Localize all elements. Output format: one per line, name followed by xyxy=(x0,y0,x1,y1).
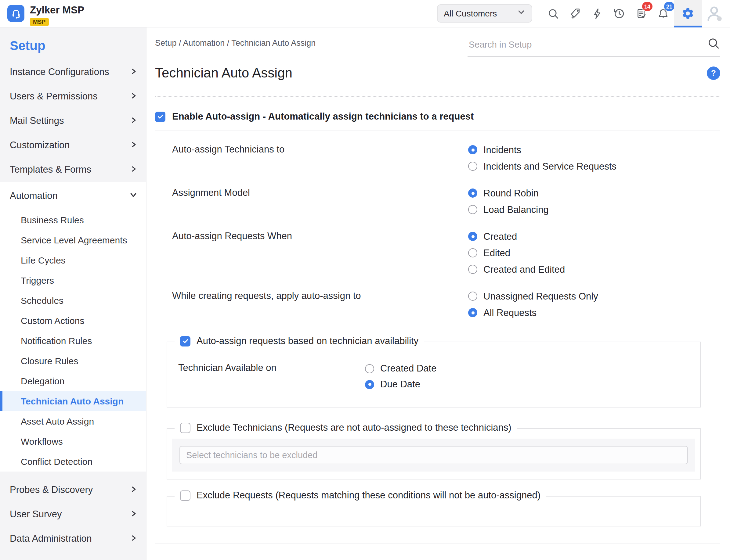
settings-button[interactable] xyxy=(674,0,702,27)
chevron-right-icon xyxy=(130,115,137,126)
radio-icon xyxy=(468,189,477,198)
sidebar-item-asset-auto-assign[interactable]: Asset Auto Assign xyxy=(0,411,146,431)
exclude-requests-checkbox[interactable] xyxy=(180,490,190,501)
quick-add-icon xyxy=(569,7,581,20)
chevron-down-icon xyxy=(129,190,137,201)
exclude-requests-fieldset: Exclude Requests (Requests matching thes… xyxy=(167,496,701,527)
sidebar-item-schedules[interactable]: Schedules xyxy=(0,290,146,311)
avatar-icon xyxy=(705,4,723,23)
page-title: Technician Auto Assign xyxy=(155,64,292,82)
title-divider xyxy=(155,97,720,97)
sidebar-item-service-level-agreements[interactable]: Service Level Agreements xyxy=(0,230,146,250)
radio-option-round-robin[interactable]: Round Robin xyxy=(468,185,549,202)
footer-divider xyxy=(155,544,720,544)
availability-fieldset: Auto-assign requests based on technician… xyxy=(167,342,701,408)
chevron-right-icon xyxy=(130,533,137,544)
availability-checkbox[interactable] xyxy=(180,336,190,346)
setup-search xyxy=(468,33,720,57)
customer-filter-select[interactable]: All Customers xyxy=(437,4,532,23)
quick-add-button[interactable] xyxy=(564,0,586,27)
sidebar-item-instance-configurations[interactable]: Instance Configurations xyxy=(0,60,146,84)
sidebar-item-notification-rules[interactable]: Notification Rules xyxy=(0,331,146,351)
radio-option-created[interactable]: Created xyxy=(468,228,565,245)
exclude-technicians-legend: Exclude Technicians (Requests are not au… xyxy=(196,422,512,433)
sidebar-item-user-survey[interactable]: User Survey xyxy=(0,502,146,526)
headset-logo-icon xyxy=(7,5,24,22)
radio-option-incidents[interactable]: Incidents xyxy=(468,142,617,158)
gear-icon xyxy=(681,7,695,20)
exclude-technicians-input[interactable] xyxy=(179,446,688,465)
history-icon xyxy=(612,7,626,20)
chevron-right-icon xyxy=(130,164,137,175)
brand-name: Zylker MSP xyxy=(30,5,84,15)
approvals-count-badge: 14 xyxy=(642,1,653,12)
sidebar-item-business-rules[interactable]: Business Rules xyxy=(0,210,146,230)
setup-sidebar: Setup Instance Configurations Users & Pe… xyxy=(0,27,146,560)
radio-option-all-requests[interactable]: All Requests xyxy=(468,305,598,321)
radio-option-created-and-edited[interactable]: Created and Edited xyxy=(468,261,565,278)
radio-icon xyxy=(468,308,477,318)
chevron-right-icon xyxy=(130,140,137,151)
radio-option-incidents-and-service-requests[interactable]: Incidents and Service Requests xyxy=(468,158,617,175)
radio-option-created-date[interactable]: Created Date xyxy=(365,361,437,377)
brand: Zylker MSP MSP xyxy=(7,5,84,26)
radio-option-due-date[interactable]: Due Date xyxy=(365,377,437,393)
sidebar-item-probes-discovery[interactable]: Probes & Discovery xyxy=(0,478,146,502)
sidebar-item-templates-forms[interactable]: Templates & Forms xyxy=(0,157,146,182)
sidebar-item-mail-settings[interactable]: Mail Settings xyxy=(0,109,146,133)
enable-auto-assign-row[interactable]: Enable Auto-assign - Automatically assig… xyxy=(155,111,720,123)
field-label: Assignment Model xyxy=(172,185,468,199)
availability-legend: Auto-assign requests based on technician… xyxy=(196,336,419,347)
sidebar-item-life-cycles[interactable]: Life Cycles xyxy=(0,250,146,270)
search-icon xyxy=(547,7,559,20)
sidebar-item-conflict-detection[interactable]: Conflict Detection xyxy=(0,451,146,472)
exclude-technicians-panel xyxy=(172,439,695,472)
exclude-technicians-checkbox[interactable] xyxy=(180,423,190,433)
radio-icon xyxy=(468,265,477,274)
chevron-right-icon xyxy=(130,66,137,77)
radio-icon xyxy=(468,162,477,171)
radio-icon xyxy=(365,364,374,373)
radio-icon xyxy=(468,292,477,301)
approvals-button[interactable]: 14 xyxy=(630,0,652,27)
chevron-down-icon xyxy=(517,8,526,19)
sidebar-item-workflows[interactable]: Workflows xyxy=(0,431,146,451)
form-row-auto-assign-technicians-to: Auto-assign Technicians to Incidents Inc… xyxy=(155,142,720,175)
technician-available-on-label: Technician Available on xyxy=(178,361,365,374)
global-search-button[interactable] xyxy=(542,0,564,27)
form-row-assignment-model: Assignment Model Round Robin Load Balanc… xyxy=(155,185,720,218)
form-row-apply-auto-assign-to: While creating requests, apply auto-assi… xyxy=(155,288,720,321)
radio-option-unassigned-requests-only[interactable]: Unassigned Requests Only xyxy=(468,288,598,305)
sidebar-item-custom-actions[interactable]: Custom Actions xyxy=(0,311,146,331)
main-content: Setup / Automation / Technician Auto Ass… xyxy=(146,27,730,560)
radio-option-load-balancing[interactable]: Load Balancing xyxy=(468,202,549,218)
field-label: Auto-assign Technicians to xyxy=(172,142,468,155)
field-label: Auto-assign Requests When xyxy=(172,228,468,242)
notifications-count-badge: 21 xyxy=(664,1,675,12)
sidebar-item-closure-rules[interactable]: Closure Rules xyxy=(0,351,146,371)
enable-auto-assign-label: Enable Auto-assign - Automatically assig… xyxy=(172,111,474,122)
section-divider xyxy=(155,131,720,131)
radio-option-edited[interactable]: Edited xyxy=(468,245,565,261)
quick-actions-button[interactable] xyxy=(586,0,608,27)
search-icon[interactable] xyxy=(707,37,720,52)
exclude-requests-legend: Exclude Requests (Requests matching thes… xyxy=(196,490,541,501)
setup-search-input[interactable] xyxy=(468,40,707,49)
history-button[interactable] xyxy=(608,0,630,27)
chevron-right-icon xyxy=(130,509,137,520)
sidebar-item-triggers[interactable]: Triggers xyxy=(0,270,146,290)
enable-auto-assign-checkbox[interactable] xyxy=(155,112,165,122)
user-avatar[interactable] xyxy=(702,0,726,27)
sidebar-item-automation[interactable]: Automation xyxy=(0,182,146,210)
exclude-technicians-fieldset: Exclude Technicians (Requests are not au… xyxy=(167,429,701,480)
notifications-button[interactable]: 21 xyxy=(652,0,674,27)
sidebar-item-delegation[interactable]: Delegation xyxy=(0,371,146,391)
sidebar-item-data-administration[interactable]: Data Administration xyxy=(0,526,146,551)
help-button[interactable]: ? xyxy=(707,66,720,80)
app-window: Zylker MSP MSP All Customers xyxy=(0,0,730,560)
radio-icon xyxy=(468,205,477,214)
sidebar-item-customization[interactable]: Customization xyxy=(0,133,146,157)
lightning-icon xyxy=(591,7,603,20)
sidebar-item-users-permissions[interactable]: Users & Permissions xyxy=(0,84,146,109)
sidebar-item-technician-auto-assign[interactable]: Technician Auto Assign xyxy=(0,391,146,411)
